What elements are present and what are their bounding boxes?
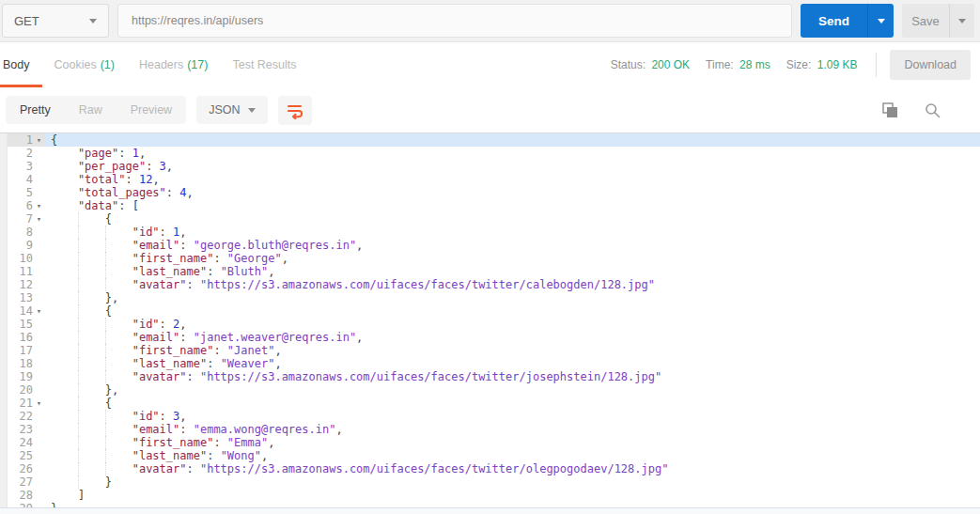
indent-guide (78, 331, 79, 344)
line-number: 28 (20, 489, 33, 502)
download-button[interactable]: Download (890, 50, 971, 80)
indent-guide (78, 265, 79, 278)
code-line[interactable]: 21▾{ (0, 397, 980, 410)
tab-count: (17) (187, 58, 208, 71)
code-line[interactable]: 17"first_name": "Janet", (0, 344, 980, 357)
code-line[interactable]: 7▾{ (0, 212, 980, 226)
line-number: 2 (26, 147, 33, 160)
code-line[interactable]: 28] (0, 489, 980, 502)
url-input[interactable] (118, 5, 791, 37)
code-line[interactable]: 12"avatar": "https://s3.amazonaws.com/ui… (0, 278, 980, 291)
fold-arrow-icon[interactable]: ▾ (33, 133, 45, 147)
code-line[interactable]: 4"total": 12, (0, 173, 980, 186)
code-line[interactable]: 6▾"data": [ (0, 199, 980, 212)
code-line[interactable]: 15"id": 2, (0, 318, 980, 331)
code-text: "page": 1, (45, 147, 980, 160)
indent-guide (105, 449, 106, 462)
tab-cookies[interactable]: Cookies (1) (42, 42, 127, 87)
line-number: 7 (26, 212, 33, 226)
code-line[interactable]: 5"total_pages": 4, (0, 186, 980, 199)
indent-guide (105, 462, 106, 475)
status-value: 200 OK (651, 58, 690, 71)
tab-body[interactable]: Body (0, 42, 42, 87)
postman-response-view: GET Send Save Body Cookies (1) (0, 0, 980, 514)
method-label: GET (14, 14, 39, 28)
code-line[interactable]: 8"id": 1, (0, 226, 980, 239)
language-dropdown[interactable]: JSON (196, 96, 268, 124)
indent-guide (105, 436, 106, 449)
code-text: { (45, 212, 980, 226)
save-button[interactable]: Save (902, 4, 949, 38)
tab-label: Test Results (232, 58, 296, 71)
code-line[interactable]: 2"page": 1, (0, 147, 980, 160)
code-editor[interactable]: 1▾{2"page": 1,3"per_page": 3,4"total": 1… (0, 132, 980, 514)
code-line[interactable]: 1▾{ (0, 133, 980, 147)
url-field-wrap (117, 4, 792, 38)
line-number: 6 (26, 199, 33, 212)
fold-arrow-icon[interactable]: ▾ (33, 397, 45, 410)
code-text: "total_pages": 4, (45, 186, 980, 199)
time-label: Time: (706, 58, 734, 71)
code-line[interactable]: 25"last_name": "Wong", (0, 449, 980, 462)
code-line[interactable]: 11"last_name": "Bluth", (0, 265, 980, 278)
save-options-dropdown[interactable] (949, 4, 974, 38)
code-line[interactable]: 27} (0, 475, 980, 489)
code-line[interactable]: 13}, (0, 291, 980, 304)
fold-arrow-icon[interactable]: ▾ (33, 199, 45, 212)
horizontal-scrollbar[interactable] (0, 507, 980, 514)
line-number: 12 (20, 278, 33, 291)
code-text: "avatar": "https://s3.amazonaws.com/uifa… (45, 370, 980, 383)
response-meta: Status: 200 OK Time: 28 ms Size: 1.09 KB… (595, 42, 971, 87)
tab-test-results[interactable]: Test Results (220, 42, 308, 87)
code-line[interactable]: 26"avatar": "https://s3.amazonaws.com/ui… (0, 462, 980, 475)
search-icon (925, 102, 941, 118)
code-line[interactable]: 20}, (0, 383, 980, 397)
response-header-row: Body Cookies (1) Headers (17) Test Resul… (0, 42, 980, 87)
tab-label: Headers (139, 58, 183, 71)
indent-guide (78, 226, 79, 239)
tab-label: Body (3, 58, 30, 71)
code-text: "id": 3, (45, 410, 980, 423)
search-response-button[interactable] (925, 102, 941, 118)
code-line[interactable]: 16"email": "janet.weaver@reqres.in", (0, 331, 980, 344)
line-number: 1 (26, 133, 33, 147)
send-button[interactable]: Send (801, 4, 867, 38)
fold-arrow-icon[interactable]: ▾ (33, 304, 45, 318)
line-number: 4 (26, 173, 33, 186)
line-number: 20 (20, 383, 33, 397)
code-line[interactable]: 9"email": "george.bluth@reqres.in", (0, 239, 980, 252)
code-text: "per_page": 3, (45, 160, 980, 173)
status-label: Status: (611, 58, 646, 71)
tab-headers[interactable]: Headers (17) (127, 42, 220, 87)
code-line[interactable]: 14▾{ (0, 304, 980, 318)
save-split-button: Save (902, 4, 974, 38)
send-options-dropdown[interactable] (867, 4, 894, 38)
copy-icon (882, 102, 898, 118)
indent-guide (105, 318, 106, 331)
chevron-down-icon (878, 19, 885, 23)
indent-guide (78, 304, 79, 318)
code-text: }, (45, 383, 980, 397)
code-text: "last_name": "Weaver", (45, 357, 980, 370)
code-line[interactable]: 23"email": "emma.wong@reqres.in", (0, 423, 980, 436)
code-text: "last_name": "Bluth", (45, 265, 980, 278)
code-line[interactable]: 10"first_name": "George", (0, 252, 980, 265)
wrap-lines-button[interactable] (278, 96, 312, 125)
code-line[interactable]: 22"id": 3, (0, 410, 980, 423)
send-split-button: Send (801, 4, 894, 38)
indent-guide (78, 397, 79, 410)
view-mode-raw[interactable]: Raw (65, 96, 117, 124)
code-text: { (45, 133, 980, 147)
line-number: 24 (20, 436, 33, 449)
method-dropdown[interactable]: GET (2, 4, 109, 38)
view-mode-pretty[interactable]: Pretty (6, 96, 65, 124)
view-mode-preview[interactable]: Preview (117, 96, 186, 124)
copy-response-button[interactable] (882, 102, 898, 118)
code-line[interactable]: 3"per_page": 3, (0, 160, 980, 173)
indent-guide (105, 331, 106, 344)
code-line[interactable]: 19"avatar": "https://s3.amazonaws.com/ui… (0, 370, 980, 383)
fold-arrow-icon[interactable]: ▾ (33, 212, 45, 226)
line-number: 15 (20, 318, 33, 331)
code-line[interactable]: 18"last_name": "Weaver", (0, 357, 980, 370)
code-line[interactable]: 24"first_name": "Emma", (0, 436, 980, 449)
